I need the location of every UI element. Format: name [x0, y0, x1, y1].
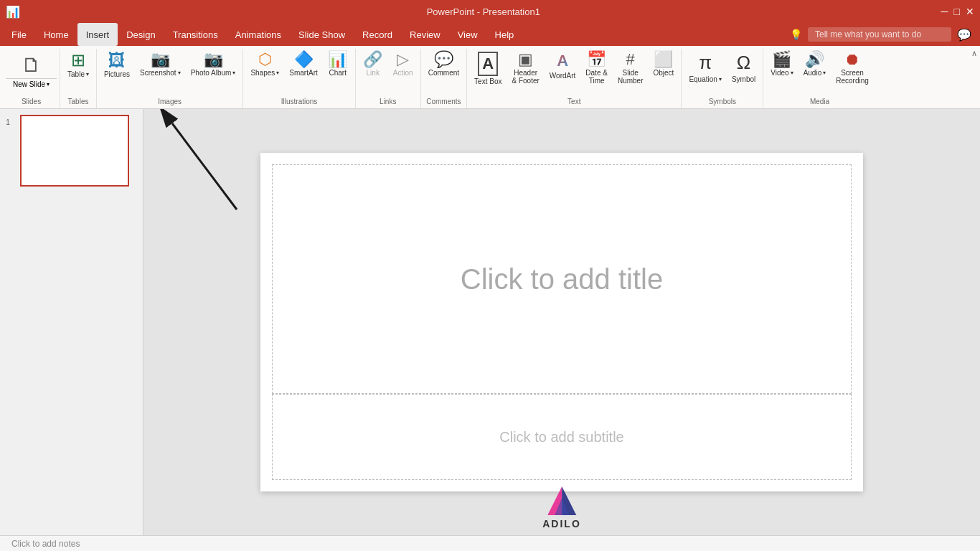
link-icon: 🔗 — [363, 52, 382, 67]
subtitle-placeholder-text: Click to add subtitle — [499, 429, 623, 446]
slide-number-icon: # — [626, 52, 635, 67]
menu-bar-right: 💡 💬 — [790, 23, 977, 46]
header-footer-icon: ▣ — [518, 52, 533, 67]
ribbon-group-comments-label: Comments — [426, 98, 461, 105]
comment-button[interactable]: 💬 Comment — [424, 49, 463, 80]
menu-bar: File Home Insert Design Transitions Anim… — [0, 23, 980, 46]
new-slide-button[interactable]: 🗋 New Slide ▾ — [6, 49, 57, 91]
equation-button[interactable]: π Equation ▾ — [684, 49, 725, 86]
text-box-button[interactable]: A Text Box — [470, 49, 506, 88]
photo-album-icon: 📷 — [204, 52, 223, 67]
title-placeholder[interactable]: Click to add title — [272, 164, 852, 394]
date-time-label: Date &Time — [585, 69, 608, 85]
menu-review[interactable]: Review — [401, 23, 449, 46]
screenshot-icon: 📷 — [151, 52, 170, 67]
pictures-label: Pictures — [104, 70, 130, 78]
screen-recording-button[interactable]: ⏺ ScreenRecording — [831, 49, 873, 88]
symbol-icon: Ω — [737, 52, 750, 74]
wordart-button[interactable]: A WordArt — [545, 49, 580, 83]
slide-number-indicator: 1 — [6, 115, 14, 126]
smartart-icon: 🔷 — [294, 52, 314, 67]
ribbon-group-symbols-label: Symbols — [709, 98, 736, 105]
ribbon-group-links-label: Links — [380, 98, 396, 105]
photo-album-label: Photo Album — [191, 69, 232, 77]
date-time-button[interactable]: 📅 Date &Time — [581, 49, 612, 88]
menu-design[interactable]: Design — [118, 23, 164, 46]
watermark-text: ADILO — [542, 518, 581, 529]
table-button[interactable]: ⊞ Table ▾ — [63, 49, 93, 81]
menu-home[interactable]: Home — [35, 23, 77, 46]
ribbon-collapse-button[interactable]: ∧ — [971, 49, 977, 58]
ribbon-group-images-label: Images — [158, 98, 182, 105]
maximize-button[interactable]: □ — [954, 6, 960, 17]
video-dropdown-icon: ▾ — [791, 70, 793, 76]
date-time-icon: 📅 — [587, 52, 606, 67]
link-button[interactable]: 🔗 Link — [359, 49, 387, 80]
slide-number-button[interactable]: # SlideNumber — [613, 49, 648, 88]
search-input[interactable] — [808, 27, 951, 42]
lightbulb-icon: 💡 — [790, 29, 802, 40]
menu-view[interactable]: View — [449, 23, 486, 46]
video-button[interactable]: 🎬 Video ▾ — [766, 49, 797, 80]
menu-slideshow[interactable]: Slide Show — [290, 23, 354, 46]
audio-dropdown-icon: ▾ — [823, 70, 826, 76]
ribbon-group-links: 🔗 Link ▷ Action Links — [356, 49, 421, 108]
menu-transitions[interactable]: Transitions — [164, 23, 227, 46]
slide-number-label: SlideNumber — [618, 69, 644, 85]
shapes-icon: ⬡ — [258, 52, 272, 67]
subtitle-placeholder[interactable]: Click to add subtitle — [272, 394, 852, 480]
ribbon-group-tables-label: Tables — [68, 98, 89, 105]
table-dropdown-icon: ▾ — [86, 71, 89, 77]
new-slide-icon: 🗋 — [22, 53, 42, 77]
menu-animations[interactable]: Animations — [227, 23, 290, 46]
wordart-icon: A — [557, 52, 568, 70]
screenshot-button[interactable]: 📷 Screenshot ▾ — [136, 49, 185, 80]
smartart-button[interactable]: 🔷 SmartArt — [285, 49, 321, 80]
object-label: Object — [653, 69, 674, 77]
chart-icon: 📊 — [328, 52, 347, 67]
equation-label: Equation — [689, 75, 717, 83]
menu-file[interactable]: File — [3, 23, 35, 46]
title-bar: 📊 PowerPoint - Presentation1 ─ □ ✕ — [0, 0, 980, 23]
link-label: Link — [367, 69, 380, 77]
header-footer-label: Header& Footer — [512, 69, 539, 85]
canvas-area: Click to add title Click to add subtitle — [143, 109, 980, 535]
screenshot-label-row: Screenshot ▾ — [140, 69, 181, 77]
header-footer-button[interactable]: ▣ Header& Footer — [507, 49, 543, 88]
slide-thumbnail-container: 1 — [6, 115, 137, 187]
watermark: ADILO — [542, 484, 581, 535]
slide-thumbnail[interactable] — [20, 115, 129, 187]
menu-insert[interactable]: Insert — [77, 23, 118, 46]
pictures-button[interactable]: 🖼 Pictures — [100, 49, 134, 81]
ribbon-group-illustrations-label: Illustrations — [281, 98, 318, 105]
menu-record[interactable]: Record — [354, 23, 401, 46]
equation-label-row: Equation ▾ — [689, 75, 721, 83]
shapes-button[interactable]: ⬡ Shapes ▾ — [246, 49, 283, 80]
table-icon: ⊞ — [71, 52, 85, 69]
video-label-row: Video ▾ — [771, 69, 793, 77]
share-icon[interactable]: 💬 — [957, 28, 971, 42]
symbol-button[interactable]: Ω Symbol — [727, 49, 760, 86]
wordart-label: WordArt — [550, 72, 576, 80]
equation-icon: π — [699, 52, 712, 74]
chart-button[interactable]: 📊 Chart — [324, 49, 352, 80]
audio-button[interactable]: 🔊 Audio ▾ — [799, 49, 831, 80]
ribbon-group-slides: 🗋 New Slide ▾ Slides — [3, 49, 60, 108]
ribbon-group-media: 🎬 Video ▾ 🔊 Audio ▾ ⏺ ScreenRecording Me… — [763, 49, 876, 108]
new-slide-top[interactable]: 🗋 — [14, 49, 49, 78]
menu-help[interactable]: Help — [486, 23, 523, 46]
screenshot-dropdown-icon: ▾ — [178, 70, 181, 76]
equation-dropdown-icon: ▾ — [719, 76, 722, 83]
photo-album-button[interactable]: 📷 Photo Album ▾ — [187, 49, 240, 80]
ribbon-group-symbols: π Equation ▾ Ω Symbol Symbols — [682, 49, 763, 108]
object-button[interactable]: ⬜ Object — [649, 49, 678, 80]
notes-bar[interactable]: Click to add notes — [0, 535, 980, 551]
symbol-label: Symbol — [732, 75, 755, 83]
ribbon-group-comments: 💬 Comment Comments — [421, 49, 467, 108]
svg-line-1 — [172, 123, 237, 209]
minimize-button[interactable]: ─ — [941, 6, 948, 17]
action-button[interactable]: ▷ Action — [389, 49, 418, 80]
slide-canvas[interactable]: Click to add title Click to add subtitle — [260, 153, 863, 491]
new-slide-bottom[interactable]: New Slide ▾ — [6, 78, 57, 91]
close-button[interactable]: ✕ — [966, 6, 974, 17]
